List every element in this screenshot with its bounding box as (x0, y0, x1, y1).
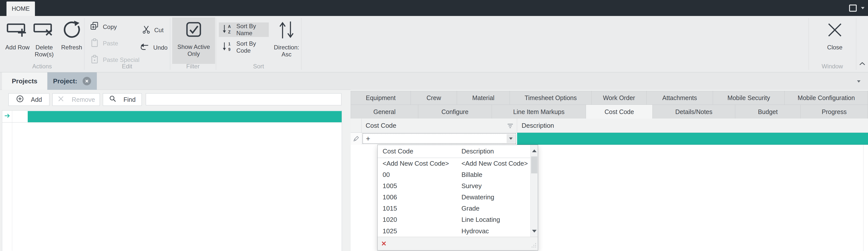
editor-dropdown-button[interactable] (507, 134, 515, 143)
description-cell[interactable]: Hydrovac (457, 227, 489, 235)
row-cell-selected[interactable] (28, 111, 342, 122)
detail-tabs-row1: Equipment Crew Material Timesheet Option… (351, 91, 868, 105)
ribbon: Add Row Delete Row(s) Refresh Actions Co… (0, 16, 868, 72)
tab-details-notes[interactable]: Details/Notes (653, 104, 735, 119)
tab-progress[interactable]: Progress (801, 104, 868, 119)
close-button[interactable]: Close (816, 18, 854, 64)
grid-header-cost-code[interactable]: Cost Code (362, 119, 517, 133)
delete-row-icon (33, 18, 55, 42)
group-label-actions: Actions (0, 63, 84, 70)
tab-mobile-security[interactable]: Mobile Security (713, 91, 785, 105)
direction-button[interactable]: Direction: Asc (272, 18, 301, 64)
home-tab-label: HOME (12, 5, 30, 12)
description-cell[interactable]: Line Locating (457, 216, 500, 224)
description-cell[interactable]: Billable (457, 171, 483, 179)
tab-general[interactable]: General (351, 104, 418, 119)
pencil-icon (353, 135, 360, 142)
tab-cost-code[interactable]: Cost Code (586, 104, 653, 119)
cost-code-editor-cell[interactable]: + (362, 133, 517, 145)
paste-button[interactable]: Paste (90, 38, 118, 49)
cost-code-cell[interactable]: 1020 (378, 216, 457, 224)
cost-code-cell[interactable]: <Add New Cost Code> (378, 160, 457, 167)
undo-button[interactable]: Undo (140, 43, 167, 53)
dropdown-header-cost-code[interactable]: Cost Code (378, 148, 457, 155)
tab-equipment[interactable]: Equipment (351, 91, 411, 105)
tab-work-order[interactable]: Work Order (592, 91, 647, 105)
tab-label: Timesheet Options (525, 94, 577, 101)
description-cell[interactable]: <Add New Cost Code> (457, 160, 528, 167)
remove-button[interactable]: Remove (53, 93, 100, 106)
sort-by-code-button[interactable]: 19 Sort By Code (222, 40, 272, 54)
description-cell[interactable]: Survey (457, 182, 482, 190)
doc-tab-projects[interactable]: Projects (2, 72, 48, 90)
dropdown-footer (378, 237, 538, 250)
tab-timesheet-options[interactable]: Timesheet Options (510, 91, 592, 105)
collapse-ribbon-icon[interactable] (859, 61, 866, 66)
dropdown-row[interactable]: <Add New Cost Code><Add New Cost Code> (378, 158, 530, 169)
filter-icon[interactable] (507, 123, 514, 130)
ribbon-tab-home[interactable]: HOME (6, 1, 35, 16)
cost-code-cell[interactable]: 1005 (378, 182, 457, 190)
tab-crew[interactable]: Crew (411, 91, 457, 105)
tab-label: Attachments (662, 94, 697, 101)
dropdown-row[interactable]: 1005Survey (378, 180, 530, 192)
cut-button[interactable]: Cut (142, 25, 163, 35)
delete-rows-button[interactable]: Delete Row(s) (31, 18, 57, 64)
cost-code-cell[interactable]: 1025 (378, 227, 457, 235)
refresh-button[interactable]: Refresh (58, 18, 85, 64)
tab-strip-caret-icon[interactable] (857, 80, 861, 83)
tab-attachments[interactable]: Attachments (647, 91, 713, 105)
description-cell[interactable]: Grade (457, 205, 479, 212)
svg-text:1: 1 (228, 42, 230, 46)
tab-line-item-markups[interactable]: Line Item Markups (492, 104, 586, 119)
tab-mobile-configuration[interactable]: Mobile Configuration (785, 91, 868, 105)
paste-special-label: Paste Special (103, 56, 140, 63)
dropdown-row[interactable]: 1015Grade (378, 203, 530, 214)
project-row-selected[interactable] (2, 111, 342, 123)
titlebar-caret-icon[interactable] (861, 7, 865, 9)
tab-label: Details/Notes (675, 108, 713, 116)
dropdown-row[interactable]: 00Billable (378, 169, 530, 180)
doc-tab-project[interactable]: Project: (48, 72, 97, 90)
grid-header-description[interactable]: Description (517, 119, 868, 133)
sort-by-name-button[interactable]: AZ Sort By Name (219, 23, 269, 37)
dropdown-scrollbar[interactable] (530, 145, 538, 237)
tab-budget[interactable]: Budget (735, 104, 801, 119)
cost-code-cell[interactable]: 1006 (378, 193, 457, 201)
dropdown-row[interactable]: 1025Hydrovac (378, 225, 530, 237)
scroll-up-icon[interactable] (531, 146, 538, 156)
copy-button[interactable]: Copy (90, 22, 117, 32)
restore-window-icon[interactable] (848, 4, 858, 12)
dropdown-row[interactable]: 1020Line Locating (378, 214, 530, 225)
tab-label: General (373, 108, 396, 116)
show-active-only-button[interactable]: Show Active Only (172, 18, 215, 64)
cost-code-cell[interactable]: 00 (378, 171, 457, 179)
resize-grip[interactable] (531, 243, 536, 249)
row-arrow-icon (4, 113, 11, 119)
tab-material[interactable]: Material (457, 91, 510, 105)
row-indicator-column (2, 111, 12, 251)
tab-close-icon[interactable] (83, 77, 91, 85)
add-button[interactable]: Add (8, 93, 50, 106)
copy-label: Copy (103, 24, 117, 30)
search-input[interactable] (146, 93, 341, 105)
find-button-label: Find (124, 96, 136, 103)
scroll-down-icon[interactable] (531, 226, 538, 236)
description-cell[interactable]: Dewatering (457, 193, 494, 201)
find-button[interactable]: Find (103, 93, 142, 106)
add-row-button[interactable]: Add Row (4, 18, 31, 64)
group-separator (856, 18, 856, 70)
tab-configure[interactable]: Configure (418, 104, 492, 119)
dropdown-header-description[interactable]: Description (457, 148, 494, 155)
scrollbar-thumb[interactable] (531, 156, 537, 174)
copy-icon (90, 22, 99, 32)
clear-filter-icon[interactable] (381, 241, 386, 247)
description-cell-selected[interactable] (517, 133, 868, 145)
editor-value: + (363, 134, 370, 143)
row-cell-blank[interactable] (12, 111, 28, 122)
sort-az-icon: AZ (222, 24, 233, 36)
dropdown-row[interactable]: 1006Dewatering (378, 192, 530, 203)
cost-code-cell[interactable]: 1015 (378, 205, 457, 212)
grid-indicator-header (351, 119, 362, 133)
direction-label-line1: Direction: (274, 44, 299, 51)
